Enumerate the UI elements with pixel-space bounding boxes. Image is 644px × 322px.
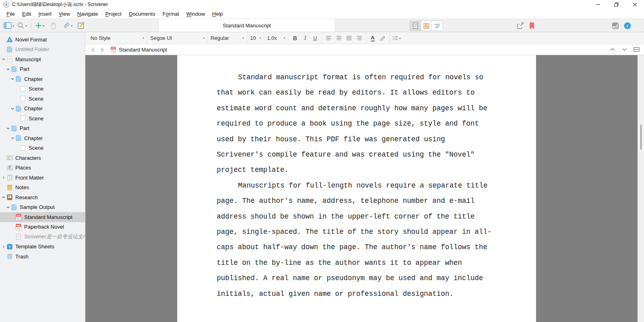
sidebar-item-scene[interactable]: Scene (0, 84, 85, 94)
variant-value: Regular (211, 35, 229, 41)
minimize-button[interactable] (588, 0, 607, 9)
bookmark-icon (529, 22, 534, 29)
editor-tab[interactable]: Standard Manuscript (158, 19, 335, 32)
italic-button[interactable]: I (300, 33, 310, 43)
menu-file[interactable]: File (3, 10, 19, 18)
menu-navigate[interactable]: Navigate (74, 10, 101, 18)
style-dropdown[interactable]: No Style▾ (88, 32, 147, 44)
menu-format[interactable]: Format (159, 10, 182, 18)
back-button[interactable] (89, 46, 97, 53)
menu-view[interactable]: View (55, 10, 74, 18)
sidebar-item-scrivener[interactable]: Scrivener是一款专业论文/小... (0, 232, 85, 242)
chevron-expanded-icon[interactable] (10, 76, 15, 82)
list-format-button[interactable]: ▾ (390, 33, 404, 43)
sidebar-item-notes[interactable]: Notes (0, 183, 85, 193)
restore-button[interactable] (607, 0, 625, 9)
menu-edit[interactable]: Edit (19, 10, 35, 18)
chevron-expanded-icon[interactable] (5, 66, 10, 72)
move-to-trash-button[interactable] (49, 20, 58, 31)
sidebar-item-research[interactable]: Research (0, 192, 85, 202)
sidebar-item-template-sheets[interactable]: TTemplate Sheets (0, 242, 85, 252)
chevron-expanded-icon[interactable] (5, 204, 10, 210)
menu-documents[interactable]: Documents (125, 10, 159, 18)
menu-insert[interactable]: Insert (35, 10, 55, 18)
attach-button[interactable]: ▾ (62, 20, 74, 31)
chevron-collapsed-icon[interactable] (1, 175, 6, 180)
sidebar-item-label: Trash (15, 254, 29, 260)
bookmark-button[interactable] (528, 22, 536, 30)
add-item-button[interactable]: ▾ (34, 20, 46, 31)
font-dropdown[interactable]: Segoe UI▾ (147, 32, 208, 44)
search-button[interactable]: ▾ (16, 20, 28, 31)
sidebar-item-paperback-novel[interactable]: PDFPaperback Novel (0, 222, 85, 232)
bold-button[interactable]: B (290, 33, 300, 43)
outline-view-button[interactable] (432, 21, 443, 31)
menu-window[interactable]: Window (183, 10, 209, 18)
sidebar-item-sample-output[interactable]: Sample Output (0, 202, 85, 213)
chevron-left-icon (91, 47, 95, 52)
scrivener-app-icon: S (3, 2, 9, 8)
dropdown-caret-icon: ▾ (242, 36, 244, 40)
manuscript-page[interactable]: Standard manuscript format is often requ… (177, 55, 536, 322)
close-button[interactable] (625, 0, 644, 9)
scrollbar-thumb[interactable] (640, 125, 642, 150)
sidebar-item-front-matter[interactable]: Front Matter (0, 173, 85, 183)
font-size-dropdown[interactable]: 10▾ (247, 32, 264, 44)
forward-button[interactable] (98, 46, 106, 53)
chevron-right-icon (100, 47, 104, 52)
corkboard-view-button[interactable] (421, 21, 432, 31)
chevron-expanded-icon[interactable] (10, 136, 15, 141)
sidebar-item-novel-format[interactable]: iNovel Format (0, 35, 85, 45)
sidebar-item-scene[interactable]: Scene (0, 94, 85, 104)
editor-scrollbar[interactable] (638, 55, 644, 322)
manuscript-icon (6, 56, 13, 62)
font-variant-dropdown[interactable]: Regular▾ (208, 32, 247, 44)
chevron-expanded-icon[interactable] (5, 126, 10, 131)
sidebar-item-untitled-folder[interactable]: Untitled Folder (0, 45, 85, 55)
grey-doc-icon (15, 233, 22, 240)
align-left-button[interactable] (324, 33, 334, 43)
quick-note-button[interactable] (77, 20, 86, 31)
align-center-button[interactable] (334, 33, 344, 43)
inspector-button[interactable]: i (623, 22, 632, 30)
compose-mode-button[interactable] (611, 22, 619, 30)
sidebar-item-chapter[interactable]: Chapter (0, 133, 85, 143)
previous-document-button[interactable] (609, 46, 616, 53)
chevron-collapsed-icon[interactable] (1, 244, 6, 249)
dropdown-caret-icon: ▾ (143, 36, 144, 40)
template-icon: T (6, 244, 13, 250)
sidebar-item-part[interactable]: Part (0, 64, 85, 74)
sidebar-item-label: Paperback Novel (24, 224, 64, 230)
dropdown-caret-icon: ▾ (25, 24, 27, 28)
binder-toggle-button[interactable]: ▾ (3, 20, 15, 31)
text-color-button[interactable]: A (368, 33, 378, 43)
menu-project[interactable]: Project (101, 10, 125, 18)
sidebar-item-places[interactable]: Places (0, 163, 85, 173)
chevron-expanded-icon[interactable] (1, 57, 6, 62)
sidebar-item-chapter[interactable]: Chapter (0, 74, 85, 84)
document-view-button[interactable] (410, 21, 421, 31)
split-editor-button[interactable] (633, 46, 640, 53)
next-document-button[interactable] (621, 46, 628, 53)
sidebar-item-part[interactable]: Part (0, 124, 85, 134)
menu-help[interactable]: Help (209, 10, 227, 18)
editor-header: PDF Standard Manuscript (85, 44, 644, 55)
chevron-expanded-icon[interactable] (10, 106, 15, 111)
chevron-expanded-icon[interactable] (1, 195, 6, 200)
sidebar-item-scene[interactable]: Scene (0, 114, 85, 124)
sidebar-item-trash[interactable]: Trash (0, 252, 85, 262)
binder-sidebar: iNovel FormatUntitled FolderManuscriptPa… (0, 32, 85, 322)
sidebar-item-characters[interactable]: Characters (0, 153, 85, 163)
underline-button[interactable]: U (310, 33, 320, 43)
sidebar-item-scene[interactable]: Scene (0, 143, 85, 153)
align-justify-button[interactable] (344, 33, 354, 43)
highlight-button[interactable] (378, 33, 388, 43)
sidebar-item-manuscript[interactable]: Manuscript (0, 54, 85, 64)
sidebar-item-chapter[interactable]: Chapter (0, 104, 85, 114)
line-spacing-dropdown[interactable]: 1.0x▾ (264, 32, 288, 44)
scene-icon (20, 145, 26, 151)
text-line: page. The author's name, address, teleph… (217, 193, 536, 208)
share-button[interactable] (516, 22, 524, 30)
align-right-button[interactable] (354, 33, 364, 43)
sidebar-item-standard-manuscript[interactable]: PDFStandard Manuscript (0, 212, 85, 222)
